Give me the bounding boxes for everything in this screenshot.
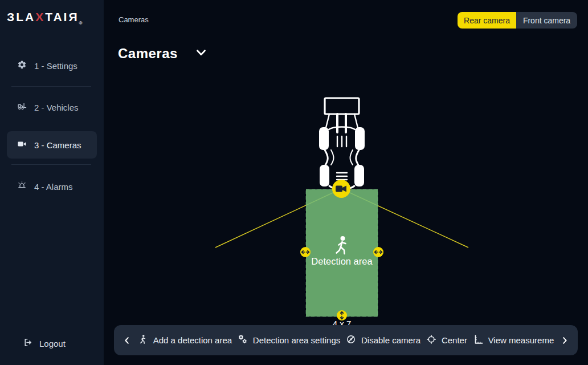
sidebar-item-alarms[interactable]: 4 - Alarms [7,175,97,198]
logout-label: Logout [39,339,66,348]
chevron-left-icon[interactable] [122,335,132,346]
logo-text-suffix: TAIЯ [45,10,79,23]
rear-camera-button[interactable]: Rear camera [458,12,516,29]
crosshair-icon [426,334,436,346]
camera-off-icon [346,334,356,346]
page-title-row: Cameras [118,45,209,62]
sidebar-divider [11,164,91,165]
detection-area[interactable] [306,189,378,317]
resize-handle-right[interactable] [373,247,383,257]
chevron-down-icon[interactable] [194,45,209,62]
toolbar-item-label: Center [442,335,467,345]
camera-switch: Rear camera Front camera [458,12,577,29]
video-camera-icon [17,139,27,151]
resize-handle-left[interactable] [300,247,311,257]
sidebar-item-label: 1 - Settings [34,61,77,71]
sidebar-item-cameras[interactable]: 3 - Cameras [7,131,97,159]
logo-text-prefix: ЗLA [7,10,35,23]
sidebar: ЗLAXTAIЯ® 1 - Settings 2 - Vehicles 3 - … [0,0,104,365]
toolbar-item-label: Detection area settings [253,335,340,345]
camera-marker[interactable] [332,180,350,198]
logout-button[interactable]: Logout [7,338,97,349]
toolbar-item-label: Disable camera [361,335,420,345]
chevron-right-icon[interactable] [560,335,570,346]
logout-icon [23,338,32,349]
detection-area-settings-button[interactable]: Detection area settings [238,334,340,346]
alarm-icon [17,181,27,192]
front-camera-button[interactable]: Front camera [516,12,577,29]
sidebar-divider [11,86,91,87]
ruler-icon [473,334,483,346]
forklift-graphic [319,98,365,189]
sidebar-item-settings[interactable]: 1 - Settings [7,54,97,77]
toolbar-item-label: View measureme [488,335,554,345]
sidebar-item-label: 4 - Alarms [34,182,73,192]
gears-icon [238,334,248,346]
brand-logo: ЗLAXTAIЯ® [7,10,82,26]
center-button[interactable]: Center [426,334,467,346]
toolbar-item-label: Add a detection area [153,335,232,345]
sidebar-item-label: 3 - Cameras [34,140,81,150]
page-title: Cameras [118,46,178,62]
resize-handle-bottom[interactable] [337,310,347,321]
disable-camera-button[interactable]: Disable camera [346,334,420,346]
sidebar-item-vehicles[interactable]: 2 - Vehicles [7,96,97,119]
app-window: ЗLAXTAIЯ® 1 - Settings 2 - Vehicles 3 - … [0,0,588,365]
gear-icon [17,60,27,71]
forklift-icon [17,102,27,113]
bottom-toolbar: Add a detection area Detection area sett… [114,325,578,355]
sidebar-item-label: 2 - Vehicles [34,103,79,112]
view-measurements-button[interactable]: View measureme [473,334,554,346]
breadcrumb: Cameras [119,15,149,24]
logo-letter-x: X [35,10,45,23]
registered-mark: ® [79,21,83,26]
pedestrian-icon [138,334,148,346]
add-detection-area-button[interactable]: Add a detection area [138,334,232,346]
